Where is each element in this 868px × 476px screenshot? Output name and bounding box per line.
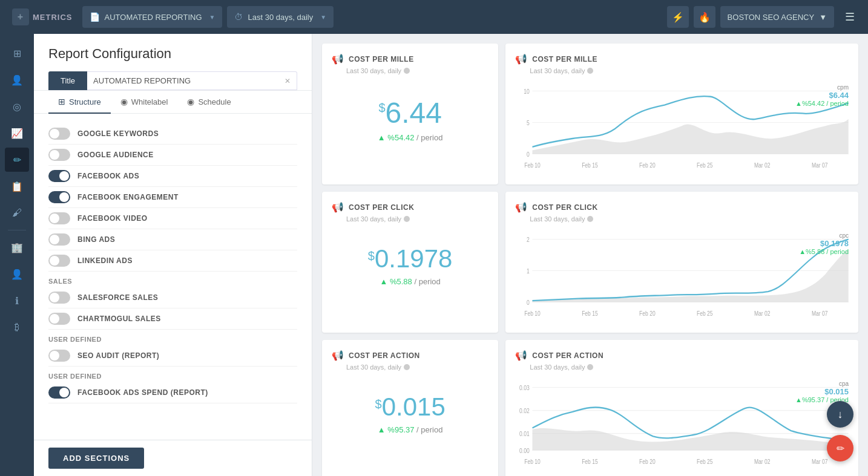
- agency-label: BOSTON SEO AGENCY: [728, 13, 815, 22]
- cpm-small-currency: $: [378, 101, 385, 115]
- sidebar-icon-info[interactable]: ℹ: [5, 289, 29, 313]
- cpm-small-megaphone-icon: 📢: [332, 53, 344, 65]
- toggle-seo-audit[interactable]: [48, 350, 70, 362]
- fab-download-button[interactable]: ↓: [827, 401, 853, 428]
- add-sections-button[interactable]: ADD SECTIONS: [48, 448, 144, 469]
- sidebar-icon-crypto[interactable]: ₿: [5, 315, 29, 339]
- agency-arrow: ▼: [819, 13, 827, 22]
- svg-text:1: 1: [527, 267, 530, 275]
- svg-text:Feb 20: Feb 20: [639, 162, 656, 169]
- cpc-small-change: ▲ %5.88 / period: [332, 277, 488, 286]
- sidebar-icon-paint[interactable]: 🖌: [5, 201, 29, 225]
- svg-text:Feb 25: Feb 25: [697, 162, 713, 169]
- cpc-small-widget: 📢 COST PER CLICK Last 30 days, daily $0.…: [322, 192, 498, 333]
- cpm-small-change: ▲ %54.42 / period: [332, 133, 488, 142]
- toggle-google-audience[interactable]: [48, 149, 70, 161]
- section-item-salesforce: SALESFORCE SALES: [48, 287, 297, 308]
- lightning-btn[interactable]: ⚡: [667, 6, 689, 28]
- cpa-chart-megaphone-icon: 📢: [515, 350, 527, 361]
- cpc-chart-label: cpc $0.1978 ▲%5.88 / period: [799, 232, 849, 255]
- section-label-bing-ads: BING ADS: [77, 235, 115, 244]
- svg-text:2: 2: [527, 236, 530, 243]
- add-sections-bar: ADD SECTIONS: [34, 440, 312, 476]
- cpm-small-number: 6.44: [386, 97, 442, 129]
- fab-edit-button[interactable]: ✏: [827, 435, 853, 461]
- svg-text:Feb 10: Feb 10: [525, 310, 541, 318]
- svg-text:Feb 20: Feb 20: [639, 310, 656, 318]
- clock-icon: ⏱: [234, 12, 243, 22]
- cpm-small-period: / period: [416, 133, 442, 142]
- toggle-linkedin-ads[interactable]: [48, 255, 70, 267]
- config-title-input[interactable]: [93, 76, 284, 85]
- sidebar-icon-users[interactable]: 👤: [5, 68, 29, 92]
- sidebar-icon-dashboard[interactable]: ⊞: [5, 41, 29, 65]
- cpc-chart-subtitle: Last 30 days, daily: [530, 215, 849, 223]
- cpm-small-subtitle: Last 30 days, daily: [346, 67, 488, 74]
- config-title-clear[interactable]: ✕: [284, 77, 291, 85]
- section-item-chartmogul: CHARTMOGUL SALES: [48, 308, 297, 330]
- toggle-chartmogul[interactable]: [48, 313, 70, 325]
- report-dropdown-arrow: ▼: [209, 14, 215, 21]
- sidebar-icon-list[interactable]: 📋: [5, 174, 29, 198]
- toggle-facebook-video[interactable]: [48, 212, 70, 224]
- logo: + METRICS: [7, 8, 77, 25]
- report-dropdown[interactable]: 📄 AUTOMATED REPORTING ▼: [82, 6, 223, 28]
- logo-icon: +: [12, 8, 29, 25]
- config-title-input-wrap: ✕: [87, 71, 297, 90]
- agency-dropdown[interactable]: BOSTON SEO AGENCY ▼: [720, 6, 834, 28]
- section-item-facebook-engagement: FACEBOOK ENGAGEMENT: [48, 187, 297, 208]
- date-range-dropdown[interactable]: ⏱ Last 30 days, daily ▼: [227, 6, 334, 28]
- sidebar-icon-pen[interactable]: ✏: [5, 148, 29, 172]
- menu-btn[interactable]: ☰: [839, 6, 861, 28]
- subtab-structure[interactable]: ⊞ Structure: [48, 91, 111, 114]
- cpc-chart-header: 📢 COST PER CLICK: [515, 201, 849, 213]
- cpm-small-change-val: %54.42: [387, 133, 414, 142]
- cpa-small-widget: 📢 COST PER ACTION Last 30 days, daily $0…: [322, 340, 498, 476]
- cpa-chart-widget: 📢 COST PER ACTION Last 30 days, daily cp…: [505, 340, 858, 476]
- cpa-small-header: 📢 COST PER ACTION: [332, 350, 488, 361]
- date-range-arrow: ▼: [320, 14, 326, 21]
- cpa-chart-title: COST PER ACTION: [532, 351, 603, 360]
- subtab-schedule-label: Schedule: [198, 97, 231, 106]
- download-icon: ↓: [838, 408, 843, 421]
- sidebar-icon-building[interactable]: 🏢: [5, 235, 29, 259]
- cpc-chart-info-dot: [587, 216, 593, 222]
- sidebar-icon-person[interactable]: 👤: [5, 262, 29, 286]
- cpa-small-currency: $: [375, 397, 382, 411]
- cpm-chart-change-val: %54.42 / period: [802, 100, 849, 107]
- cpc-small-subtitle-text: Last 30 days, daily: [346, 215, 401, 223]
- main-layout: ⊞ 👤 ◎ 📈 ✏ 📋 🖌 🏢 👤 ℹ ₿ Report Configurati…: [0, 34, 868, 476]
- svg-text:0.00: 0.00: [519, 447, 530, 454]
- svg-text:Feb 20: Feb 20: [639, 458, 656, 466]
- cpc-small-period: / period: [414, 277, 440, 286]
- top-navigation: + METRICS 📄 AUTOMATED REPORTING ▼ ⏱ Last…: [0, 0, 868, 34]
- config-subtabs: ⊞ Structure ◉ Whitelabel ◉ Schedule: [34, 91, 312, 114]
- toggle-google-keywords[interactable]: [48, 128, 70, 140]
- cpc-chart-megaphone-icon: 📢: [515, 201, 527, 213]
- sidebar-icon-chart[interactable]: ◎: [5, 94, 29, 119]
- cpm-small-subtitle-text: Last 30 days, daily: [346, 67, 401, 74]
- toggle-facebook-ads[interactable]: [48, 170, 70, 182]
- toggle-bing-ads[interactable]: [48, 233, 70, 246]
- svg-text:Mar 02: Mar 02: [754, 458, 771, 466]
- tab-title[interactable]: Title: [48, 71, 87, 90]
- section-label-facebook-engagement: FACEBOOK ENGAGEMENT: [77, 193, 179, 201]
- cpm-chart-info-dot: [587, 68, 593, 74]
- cpc-small-value: $0.1978 ▲ %5.88 / period: [332, 232, 488, 291]
- svg-text:Feb 10: Feb 10: [525, 458, 541, 466]
- cpc-small-info-dot: [404, 216, 410, 222]
- cpm-chart-change: ▲%54.42 / period: [795, 100, 849, 107]
- toggle-salesforce[interactable]: [48, 292, 70, 304]
- cpa-chart-subtitle-text: Last 30 days, daily: [530, 364, 585, 371]
- cpa-small-change: ▲ %95.37 / period: [332, 425, 488, 434]
- subtab-schedule[interactable]: ◉ Schedule: [177, 91, 240, 114]
- subtab-whitelabel[interactable]: ◉ Whitelabel: [111, 91, 178, 114]
- toggle-fb-ads-spend[interactable]: [48, 386, 70, 399]
- fire-btn[interactable]: 🔥: [694, 6, 715, 28]
- sidebar-icon-analytics[interactable]: 📈: [5, 121, 29, 145]
- cpm-chart-subtitle: Last 30 days, daily: [530, 67, 849, 74]
- report-label: AUTOMATED REPORTING: [105, 13, 202, 22]
- svg-text:Mar 07: Mar 07: [812, 458, 828, 466]
- svg-text:Feb 15: Feb 15: [582, 310, 598, 318]
- toggle-facebook-engagement[interactable]: [48, 191, 70, 203]
